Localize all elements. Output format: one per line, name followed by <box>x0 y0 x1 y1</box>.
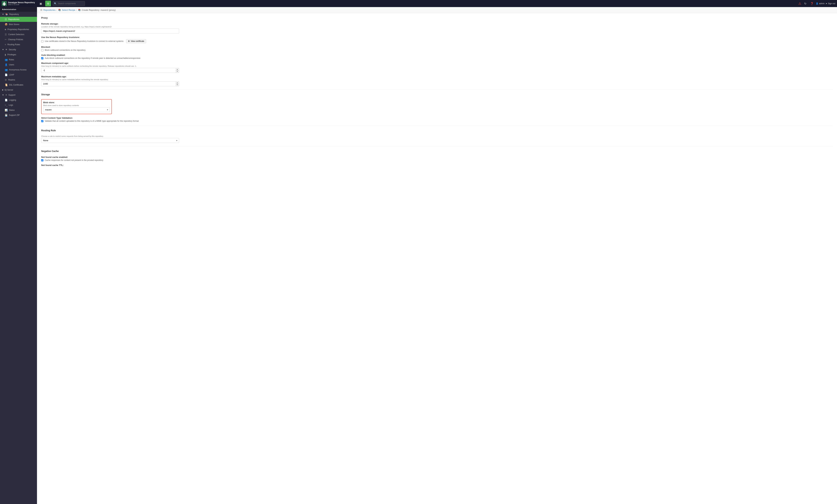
auto-blocking-field: Auto blocking enabled: Auto-block outbou… <box>41 54 833 59</box>
blob-store-box: Blob store: Blob store used to store rep… <box>41 99 112 114</box>
strict-content-checkbox[interactable] <box>41 120 43 122</box>
sidebar-item-routing-rules[interactable]: ≡ Routing Rules <box>0 42 37 47</box>
max-metadata-age-label: Maximum metadata age: <box>41 75 833 78</box>
negative-cache-title: Negative Cache <box>41 150 833 153</box>
signout-icon: ➤ <box>825 2 827 5</box>
sidebar-group-iq[interactable]: ■ IQ Server <box>0 87 37 92</box>
sidebar-item-privileges[interactable]: ▮ Privileges <box>0 52 37 57</box>
sidebar-item-label-ssl: SSL Certificates <box>9 84 23 86</box>
sidebar-item-logging[interactable]: 📄 Logging <box>0 97 37 103</box>
blob-store-hint: Blob store used to store repository cont… <box>43 104 110 106</box>
breadcrumb: ☷ Repositories / 📚 Select Recipe / 📚 Cre… <box>37 7 837 13</box>
sidebar-item-support-zip[interactable]: 💾 Support ZIP <box>0 113 37 118</box>
app-version: OSS 3.72.0-04 <box>8 4 35 6</box>
users-icon: 👤 <box>5 64 7 66</box>
sidebar-item-label-cleanup-policies: Cleanup Policies <box>8 38 23 41</box>
breadcrumb-step1[interactable]: Select Recipe <box>62 9 75 11</box>
sidebar-item-realms[interactable]: ⚙ Realms <box>0 77 37 83</box>
view-certificate-button[interactable]: ⚙ View certificate <box>126 39 146 43</box>
admin-header: Administration <box>0 7 37 12</box>
sidebar-item-ldap[interactable]: 📄 LDAP <box>0 72 37 77</box>
not-found-cache-checkbox[interactable] <box>41 159 43 161</box>
sidebar-item-label-blob-stores: Blob Stores <box>9 23 19 25</box>
truststore-field: Use the Nexus Repository truststore: Use… <box>41 36 833 43</box>
sidebar-item-cleanup-policies[interactable]: ✂ Cleanup Policies <box>0 37 37 42</box>
sidebar-item-label-support-zip: Support ZIP <box>9 114 20 116</box>
sidebar-item-content-selectors[interactable]: ☰ Content Selectors <box>0 32 37 37</box>
sidebar-group-support[interactable]: ▼ ✕ Support <box>0 92 37 97</box>
sidebar-item-label-proprietary-repos: Proprietary Repositories <box>7 28 29 31</box>
content-selectors-icon: ☰ <box>5 33 7 36</box>
blob-store-select-wrapper: maven ▼ <box>43 107 110 112</box>
auto-blocking-checkbox-row: Auto-block outbound connections on the r… <box>41 57 833 59</box>
sidebar-item-ssl-certificates[interactable]: 📜 SSL Certificates <box>0 83 37 87</box>
status-icon: 📊 <box>5 109 7 111</box>
brand: Sonatype Nexus Repository OSS 3.72.0-04 <box>2 1 35 6</box>
search-input[interactable] <box>53 1 85 6</box>
max-metadata-age-hint: How long (in minutes) to cache metadata … <box>41 78 833 80</box>
sidebar-item-label-realms: Realms <box>8 79 15 81</box>
blocked-checkbox-row: Block outbound connections on the reposi… <box>41 49 833 51</box>
sidebar-group-security[interactable]: ▼ 👁 Security <box>0 47 37 52</box>
app-name: Sonatype Nexus Repository <box>8 1 35 4</box>
components-btn[interactable]: ▣ <box>38 1 43 6</box>
not-found-cache-checkbox-label: Cache responses for content not present … <box>45 159 103 161</box>
max-metadata-age-input[interactable] <box>41 82 179 86</box>
sidebar-item-proprietary-repos[interactable]: ■ Proprietary Repositories <box>0 27 37 32</box>
remote-storage-label: Remote storage: <box>41 22 833 25</box>
not-found-cache-field: Not found cache enabled: Cache responses… <box>41 156 833 161</box>
signout-button[interactable]: ➤ Sign out <box>825 2 835 5</box>
strict-content-checkbox-row: Validate that all content uploaded to th… <box>41 120 833 122</box>
sidebar-group-repository[interactable]: ▼ 📚 Repository <box>0 12 37 17</box>
blocked-label: Blocked: <box>41 46 833 48</box>
user-icon: 👤 <box>816 2 818 5</box>
routing-rule-select[interactable]: None <box>41 138 179 143</box>
search-wrapper: 🔍 <box>53 1 85 6</box>
max-metadata-age-spinner-wrapper: ▲ ▼ <box>41 82 179 86</box>
breadcrumb-current: Create Repository: maven2 (proxy) <box>82 9 116 11</box>
sidebar-item-anonymous-access[interactable]: 👥 Anonymous Access <box>0 67 37 72</box>
refresh-btn[interactable]: ↻ <box>802 1 808 6</box>
blob-store-label: Blob store: <box>43 101 110 104</box>
privileges-icon: ▮ <box>5 53 6 56</box>
breadcrumb-current-icon: 📚 <box>78 9 81 11</box>
breadcrumb-root[interactable]: Repositories <box>43 9 55 11</box>
sidebar-item-status[interactable]: 📊 Status <box>0 108 37 113</box>
blob-store-select[interactable]: maven <box>43 107 110 112</box>
max-component-age-decrement[interactable]: ▼ <box>176 70 179 72</box>
max-component-age-increment[interactable]: ▲ <box>176 68 179 70</box>
logging-icon: 📄 <box>5 99 7 101</box>
strict-content-field: Strict Content Type Validation: Validate… <box>41 117 833 122</box>
sidebar-item-label-privileges: Privileges <box>7 53 16 56</box>
sidebar-item-roles[interactable]: 👥 Roles <box>0 57 37 62</box>
remote-storage-input[interactable] <box>41 29 179 34</box>
breadcrumb-icon: ☷ <box>40 9 42 11</box>
support-label: Support <box>8 94 16 96</box>
sidebar-item-label-logging: Logging <box>9 99 16 101</box>
routing-rules-icon: ≡ <box>5 43 6 46</box>
sidebar-item-logs[interactable]: >_ Logs <box>0 103 37 108</box>
max-metadata-age-increment[interactable]: ▲ <box>176 82 179 84</box>
max-component-age-spinner-wrapper: ▲ ▼ <box>41 68 179 73</box>
form-content: Proxy Remote storage: Location of the re… <box>37 13 837 504</box>
sidebar-item-blob-stores[interactable]: 📦 Blob Stores <box>0 22 37 27</box>
max-component-age-input[interactable] <box>41 68 179 73</box>
sidebar-item-label-routing-rules: Routing Rules <box>7 43 20 46</box>
support-icon: ✕ <box>5 94 7 96</box>
sidebar: Administration ▼ 📚 Repository ☷ Reposito… <box>0 7 37 504</box>
blocked-checkbox[interactable] <box>41 49 43 51</box>
auto-blocking-checkbox-label: Auto-block outbound connections on the r… <box>45 57 140 59</box>
settings-btn[interactable]: ⚙ <box>45 1 51 6</box>
sidebar-item-users[interactable]: 👤 Users <box>0 62 37 67</box>
cert-icon: ⚙ <box>128 40 130 42</box>
auto-blocking-checkbox[interactable] <box>41 57 43 59</box>
truststore-checkbox[interactable] <box>41 40 43 42</box>
chevron-down-icon: ▼ <box>2 13 4 16</box>
sidebar-item-repositories[interactable]: ☷ Repositories <box>0 17 37 22</box>
help-btn[interactable]: ❓ <box>809 1 815 6</box>
routing-rule-section: Routing Rule Choose a rule to restrict s… <box>41 129 833 143</box>
max-metadata-age-decrement[interactable]: ▼ <box>176 84 179 86</box>
logs-icon: >_ <box>5 104 7 106</box>
sidebar-item-label-roles: Roles <box>9 58 14 61</box>
remote-storage-hint: Location of the remote repository being … <box>41 26 833 28</box>
